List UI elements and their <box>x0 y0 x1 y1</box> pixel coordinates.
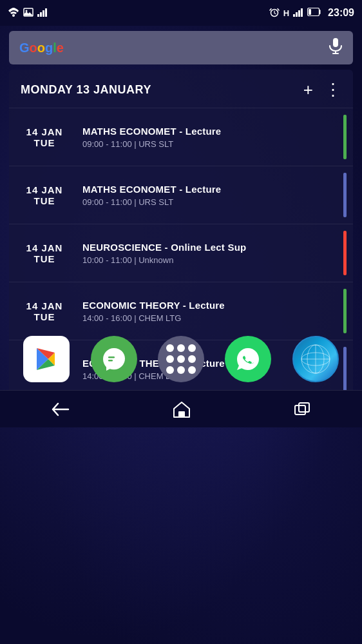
event-date-dow: TUE <box>34 137 55 148</box>
event-row[interactable]: 14 JAN TUE MATHS ECONOMET - Lecture 09:0… <box>9 166 353 224</box>
h-icon: H <box>283 8 289 18</box>
event-row[interactable]: 14 JAN TUE MATHS ECONOMET - Lecture 09:0… <box>9 108 353 166</box>
svg-rect-28 <box>178 411 185 417</box>
svg-rect-30 <box>299 403 309 412</box>
alarm-icon <box>269 7 280 19</box>
calendar-actions: + ⋮ <box>303 80 341 100</box>
calendar-header: MONDAY 13 JANUARY + ⋮ <box>9 70 353 108</box>
event-content: MATHS ECONOMET - Lecture 09:00 - 11:00 |… <box>80 108 343 166</box>
dot-grid <box>166 344 196 374</box>
calendar-title: MONDAY 13 JANUARY <box>21 83 151 97</box>
svg-rect-8 <box>293 14 295 17</box>
play-store-icon[interactable] <box>23 336 70 382</box>
add-event-button[interactable]: + <box>303 80 313 100</box>
recents-button[interactable] <box>289 396 316 422</box>
event-color-bar <box>343 173 347 217</box>
event-date-day: 14 JAN <box>26 242 63 253</box>
svg-rect-3 <box>37 14 39 17</box>
event-date-day: 14 JAN <box>26 184 63 195</box>
svg-rect-9 <box>296 12 298 17</box>
event-content: MATHS ECONOMET - Lecture 09:00 - 11:00 |… <box>80 166 343 224</box>
signal-icon <box>37 8 49 19</box>
event-date: 14 JAN TUE <box>9 166 80 224</box>
back-button[interactable] <box>46 397 75 422</box>
wifi-icon <box>8 8 19 19</box>
svg-rect-5 <box>43 10 44 17</box>
time-display: 23:09 <box>328 7 354 19</box>
event-name: MATHS ECONOMET - Lecture <box>82 184 338 195</box>
microphone-icon[interactable] <box>329 37 343 58</box>
nav-bar <box>0 390 362 427</box>
browser-icon[interactable] <box>292 336 339 382</box>
app-dock <box>0 329 362 389</box>
svg-rect-10 <box>298 10 300 17</box>
more-options-button[interactable]: ⋮ <box>325 80 341 100</box>
hangouts-icon[interactable] <box>91 336 137 382</box>
svg-rect-11 <box>301 8 303 17</box>
event-date-day: 14 JAN <box>26 126 63 137</box>
event-name: MATHS ECONOMET - Lecture <box>82 126 338 137</box>
svg-rect-21 <box>108 356 115 358</box>
google-logo: Google <box>19 41 64 55</box>
event-name: ECONOMIC THEORY - Lecture <box>82 300 338 311</box>
event-date: 14 JAN TUE <box>9 224 80 282</box>
event-date: 14 JAN TUE <box>9 108 80 166</box>
svg-rect-22 <box>108 360 113 362</box>
event-color-bar <box>343 231 347 275</box>
event-name: NEUROSCIENCE - Online Lect Sup <box>82 242 338 253</box>
event-date-dow: TUE <box>34 311 55 322</box>
status-icons-right: H 23:09 <box>269 7 354 19</box>
event-time: 10:00 - 11:00 | Unknown <box>82 255 338 265</box>
event-color-bar <box>343 289 347 333</box>
svg-rect-4 <box>40 12 42 17</box>
status-icons-left <box>8 8 49 19</box>
whatsapp-icon[interactable] <box>225 336 271 382</box>
event-content: NEUROSCIENCE - Online Lect Sup 10:00 - 1… <box>80 224 343 282</box>
event-date-dow: TUE <box>34 253 55 264</box>
event-time: 09:00 - 11:00 | URS SLT <box>82 139 338 149</box>
signal-bars-icon <box>293 8 303 19</box>
svg-rect-13 <box>309 9 311 15</box>
image-icon <box>23 8 33 19</box>
svg-rect-6 <box>45 8 47 17</box>
status-bar: H 23:09 <box>0 0 362 26</box>
event-date-dow: TUE <box>34 195 55 206</box>
app-drawer-icon[interactable] <box>158 336 204 382</box>
svg-point-0 <box>12 14 15 17</box>
event-time: 14:00 - 16:00 | CHEM LTG <box>82 313 338 323</box>
event-color-bar <box>343 115 347 159</box>
event-time: 09:00 - 11:00 | URS SLT <box>82 197 338 207</box>
battery-icon <box>307 8 321 18</box>
home-button[interactable] <box>167 396 196 423</box>
svg-rect-14 <box>333 38 338 47</box>
svg-rect-29 <box>295 405 305 415</box>
event-row[interactable]: 14 JAN TUE NEUROSCIENCE - Online Lect Su… <box>9 224 353 282</box>
search-bar[interactable]: Google <box>9 31 353 64</box>
event-date-day: 14 JAN <box>26 300 63 311</box>
